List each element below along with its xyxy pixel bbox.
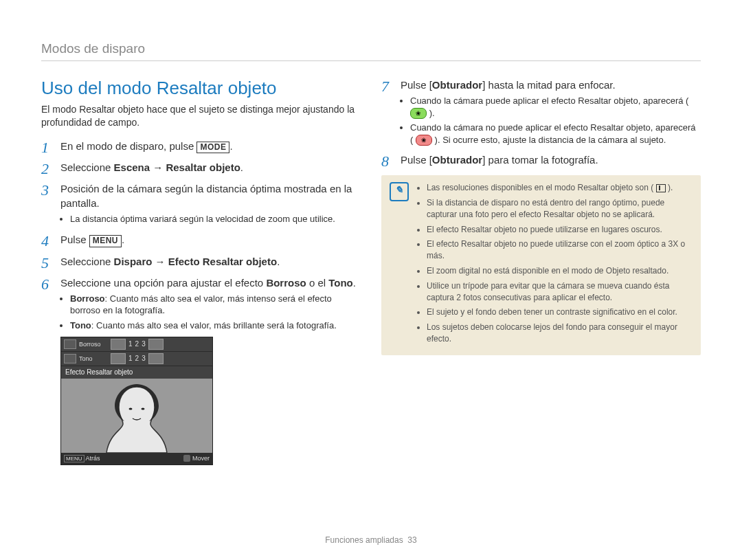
- lcd-move-text: Mover: [192, 454, 210, 463]
- page-footer: Funciones ampliadas 33: [0, 535, 742, 545]
- lcd-label: Tono: [79, 355, 108, 363]
- step-bold: Disparo → Efecto Resaltar objeto: [114, 256, 278, 267]
- step-3-bullet: La distancia óptima variará según la vel…: [70, 213, 361, 225]
- lcd-value: 3: [142, 339, 146, 349]
- section-header: Modos de disparo: [41, 41, 701, 61]
- dpad-icon: [183, 455, 190, 462]
- note-item: El efecto Resaltar objeto no puede utili…: [427, 238, 693, 262]
- step-text-end: .: [353, 277, 356, 289]
- lcd-value: 2: [135, 339, 139, 349]
- lcd-thumb: [148, 339, 164, 350]
- note-item: Las resoluciones disponibles en el modo …: [427, 182, 693, 194]
- step-number: 8: [381, 151, 389, 172]
- lcd-row-borroso: Borroso 1 2 3: [61, 337, 212, 352]
- note-box: ✎ Las resoluciones disponibles en el mod…: [381, 175, 701, 355]
- note-item: Utilice un trípode para evitar que la cá…: [427, 280, 693, 304]
- note-item: El efecto Resaltar objeto no puede utili…: [427, 224, 693, 236]
- left-column: Uso del modo Resaltar objeto El modo Res…: [41, 78, 361, 539]
- step-text-end: ] hasta la mitad para enfocar.: [482, 79, 615, 91]
- portrait-silhouette-icon: [61, 379, 212, 453]
- lcd-footer: MENU Atrás Mover: [61, 453, 212, 464]
- step-text: Pulse [: [401, 79, 432, 91]
- svg-point-1: [129, 408, 133, 410]
- step-7: 7 Pulse [Obturador] hasta la mitad para …: [381, 78, 701, 146]
- step-number: 3: [41, 180, 49, 201]
- step-text: Posición de la cámara según la distancia…: [60, 183, 352, 209]
- lcd-value: 3: [142, 354, 146, 363]
- lcd-back-text: Atrás: [86, 455, 100, 462]
- lcd-title: Efecto Resaltar objeto: [61, 366, 212, 379]
- step-bold: Obturador: [432, 79, 482, 91]
- step-text-mid: o el: [306, 277, 329, 289]
- step-text: Pulse: [60, 234, 89, 245]
- lcd-thumb: [111, 339, 126, 350]
- step-text-end: .: [240, 161, 243, 173]
- step-number: 2: [41, 159, 49, 180]
- step-bold-2: Tono: [328, 277, 353, 289]
- step-bold-1: Borroso: [266, 277, 306, 289]
- step-bold: Escena → Resaltar objeto: [114, 161, 240, 173]
- lcd-row-tono: Tono 1 2 3: [61, 352, 212, 366]
- bullet-text: : Cuanto más alto sea el valor, más inte…: [70, 293, 332, 316]
- lcd-back-button: MENU: [64, 455, 85, 462]
- step-text-end: ] para tomar la fotografía.: [482, 154, 598, 166]
- focus-fail-icon: ❀: [416, 135, 432, 146]
- step-text-end: .: [122, 234, 124, 245]
- step-text: Pulse [: [401, 154, 432, 166]
- note-text: Las resoluciones disponibles en el modo …: [427, 183, 653, 192]
- page-title: Uso del modo Resaltar objeto: [41, 78, 361, 99]
- note-item: Si la distancia de disparo no está dentr…: [427, 197, 693, 221]
- step-3: 3 Posición de la cámara según la distanc…: [41, 181, 361, 225]
- footer-page-number: 33: [407, 535, 416, 545]
- lcd-value: 1: [128, 339, 133, 349]
- resolution-icon: [656, 184, 666, 192]
- step-text-end: .: [229, 140, 232, 152]
- step-bold: Obturador: [432, 154, 482, 166]
- step-7-bullet-2: Cuando la cámara no puede aplicar el efe…: [410, 122, 701, 146]
- note-text-end: ).: [668, 183, 673, 192]
- step-5: 5 Seleccione Disparo → Efecto Resaltar o…: [41, 254, 361, 269]
- note-item: Los sujetos deben colocarse lejos del fo…: [427, 322, 693, 345]
- step-6-bullet-2: Tono: Cuanto más alto sea el valor, más …: [70, 320, 361, 332]
- step-1: 1 En el modo de disparo, pulse MODE.: [41, 139, 361, 154]
- step-number: 5: [41, 253, 49, 274]
- step-text: En el modo de disparo, pulse: [60, 140, 196, 152]
- step-number: 6: [41, 274, 49, 295]
- note-item: El sujeto y el fondo deben tener un cont…: [427, 306, 693, 318]
- step-6-bullet-1: Borroso: Cuanto más alto sea el valor, m…: [70, 293, 361, 317]
- lcd-preview-image: [61, 379, 212, 453]
- step-text-end: .: [277, 256, 280, 267]
- bullet-text: Cuando la cámara puede aplicar el efecto…: [410, 96, 688, 106]
- lcd-value: 1: [128, 354, 133, 363]
- focus-ok-icon: ❀: [410, 108, 427, 119]
- lcd-thumb: [148, 353, 164, 364]
- step-6: 6 Seleccione una opción para ajustar el …: [41, 276, 361, 465]
- svg-point-2: [142, 408, 145, 410]
- note-icon: ✎: [390, 182, 409, 201]
- footer-label: Funciones ampliadas: [325, 535, 403, 545]
- note-item: El zoom digital no está disponible en el…: [427, 265, 693, 277]
- mode-button-label: MODE: [196, 142, 229, 154]
- intro-text: El modo Resaltar objeto hace que el suje…: [41, 103, 361, 129]
- step-4: 4 Pulse MENU.: [41, 232, 361, 247]
- step-text: Seleccione: [60, 256, 114, 267]
- lcd-value: 2: [135, 354, 139, 363]
- camera-lcd-preview: Borroso 1 2 3 Tono 1 2 3: [60, 337, 213, 465]
- bullet-label: Tono: [70, 320, 91, 331]
- step-8: 8 Pulse [Obturador] para tomar la fotogr…: [381, 153, 701, 167]
- menu-button-label: MENU: [89, 235, 122, 247]
- step-number: 1: [41, 137, 49, 159]
- lcd-thumb: [111, 353, 126, 364]
- bullet-text: : Cuanto más alto sea el valor, más bril…: [91, 320, 337, 331]
- step-2: 2 Seleccione Escena → Resaltar objeto.: [41, 160, 361, 175]
- blur-icon: [64, 339, 76, 349]
- step-text: Seleccione una opción para ajustar el ef…: [60, 277, 266, 289]
- step-7-bullet-1: Cuando la cámara puede aplicar el efecto…: [410, 95, 701, 119]
- lcd-label: Borroso: [79, 340, 108, 349]
- step-number: 7: [381, 76, 389, 98]
- bullet-text-end: ). Si ocurre esto, ajuste la distancia d…: [435, 135, 666, 145]
- step-number: 4: [41, 231, 49, 252]
- right-column: 7 Pulse [Obturador] hasta la mitad para …: [381, 78, 701, 539]
- tone-icon: [64, 354, 76, 363]
- bullet-label: Borroso: [70, 293, 105, 304]
